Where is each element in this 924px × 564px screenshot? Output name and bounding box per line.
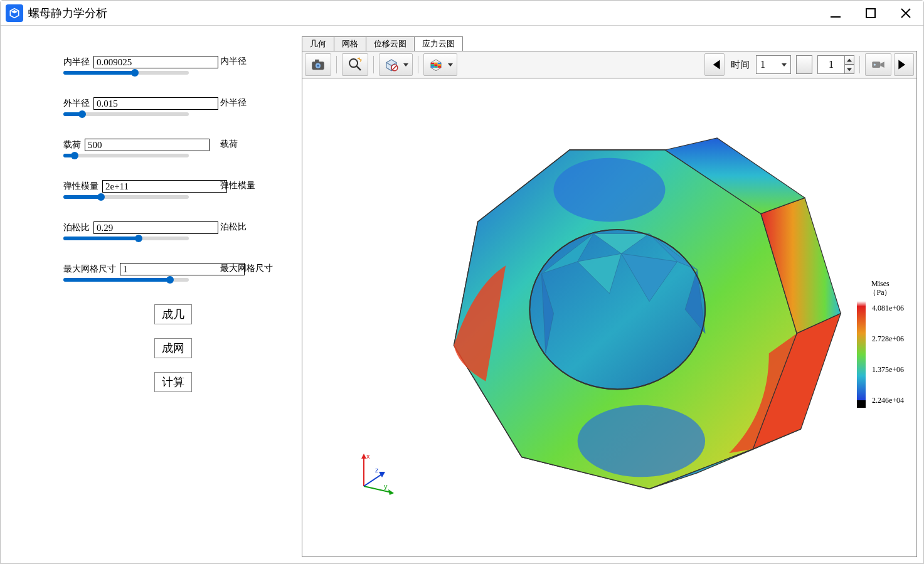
svg-rect-19 bbox=[434, 66, 437, 68]
zoom-extents-button[interactable] bbox=[342, 53, 368, 76]
toolbar-separator bbox=[336, 56, 337, 73]
svg-rect-33 bbox=[857, 301, 866, 408]
param-slider-3[interactable] bbox=[63, 195, 189, 199]
svg-rect-18 bbox=[431, 66, 434, 68]
window-title: 螺母静力学分析 bbox=[28, 6, 828, 21]
legend-tick: 4.081e+06 bbox=[872, 304, 904, 313]
param-description: 外半径 bbox=[220, 97, 247, 109]
param-input-4[interactable] bbox=[93, 221, 218, 234]
param-slider-4[interactable] bbox=[63, 237, 189, 240]
param-description: 内半径 bbox=[220, 56, 247, 67]
tab-2[interactable]: 位移云图 bbox=[366, 36, 415, 51]
svg-point-7 bbox=[317, 65, 319, 67]
screenshot-button[interactable] bbox=[305, 53, 331, 76]
tab-0[interactable]: 几何 bbox=[302, 36, 334, 51]
minimize-button[interactable] bbox=[828, 6, 843, 21]
param-row-5: 最大网格尺寸 最大网格尺寸 bbox=[63, 263, 283, 282]
tab-3[interactable]: 应力云图 bbox=[414, 36, 463, 51]
time-value: 1 bbox=[760, 59, 765, 70]
toolbar-separator bbox=[373, 56, 374, 73]
param-slider-5[interactable] bbox=[63, 278, 189, 282]
3d-viewport[interactable]: x y z Mises （Pa） bbox=[302, 78, 917, 557]
svg-rect-21 bbox=[872, 61, 880, 68]
param-slider-2[interactable] bbox=[63, 154, 189, 157]
svg-point-8 bbox=[349, 59, 358, 67]
param-input-1[interactable] bbox=[93, 97, 218, 110]
param-input-0[interactable] bbox=[93, 56, 218, 68]
svg-rect-1 bbox=[866, 9, 875, 18]
legend-tick: 1.375e+06 bbox=[872, 365, 904, 375]
param-description: 泊松比 bbox=[220, 221, 247, 233]
svg-rect-14 bbox=[438, 63, 441, 65]
param-label: 外半径 bbox=[63, 98, 90, 109]
param-input-2[interactable] bbox=[85, 139, 210, 151]
title-bar: 螺母静力学分析 bbox=[1, 1, 923, 26]
legend-title-2: （Pa） bbox=[869, 288, 891, 297]
svg-point-25 bbox=[578, 405, 705, 477]
maximize-button[interactable] bbox=[863, 6, 878, 21]
close-button[interactable] bbox=[898, 6, 913, 21]
legend-title-1: Mises bbox=[871, 279, 889, 288]
param-label: 泊松比 bbox=[63, 222, 90, 233]
param-slider-0[interactable] bbox=[63, 71, 189, 75]
legend-tick: 2.728e+06 bbox=[872, 334, 904, 344]
param-label: 内半径 bbox=[63, 56, 90, 68]
svg-text:z: z bbox=[375, 466, 379, 474]
param-slider-1[interactable] bbox=[63, 112, 189, 116]
svg-text:y: y bbox=[384, 482, 388, 490]
svg-rect-13 bbox=[434, 63, 437, 65]
svg-point-24 bbox=[554, 158, 666, 222]
svg-line-31 bbox=[364, 474, 383, 486]
param-description: 最大网格尺寸 bbox=[220, 263, 273, 274]
param-label: 最大网格尺寸 bbox=[63, 263, 116, 275]
svg-rect-12 bbox=[431, 63, 434, 65]
param-row-2: 载荷 载荷 bbox=[63, 139, 283, 157]
camera-view-button[interactable] bbox=[865, 53, 891, 76]
color-legend: Mises （Pa） bbox=[857, 279, 904, 408]
param-row-1: 外半径 外半径 bbox=[63, 97, 283, 116]
frame-spin[interactable]: 1 bbox=[817, 55, 845, 74]
generate-mesh-button[interactable]: 成网 bbox=[154, 338, 192, 358]
viewer-panel: 几何网格位移云图应力云图 bbox=[302, 37, 917, 557]
generate-geometry-button[interactable]: 成几 bbox=[154, 304, 192, 324]
toolbar-separator bbox=[418, 56, 418, 73]
param-row-4: 泊松比 泊松比 bbox=[63, 221, 283, 240]
param-row-0: 内半径 内半径 bbox=[63, 56, 283, 75]
spin-down-button[interactable] bbox=[844, 65, 854, 74]
play-button[interactable] bbox=[796, 55, 812, 74]
toolbar-separator bbox=[859, 56, 860, 73]
last-frame-button[interactable] bbox=[894, 53, 914, 76]
svg-rect-15 bbox=[431, 64, 434, 66]
spin-up-button[interactable] bbox=[844, 55, 854, 65]
chevron-down-icon bbox=[782, 63, 787, 67]
svg-rect-20 bbox=[438, 66, 441, 68]
param-input-3[interactable] bbox=[102, 180, 227, 193]
param-description: 弹性模量 bbox=[220, 180, 255, 191]
compute-button[interactable]: 计算 bbox=[154, 372, 192, 392]
content-area: 内半径 内半径 外半径 外半径 载荷 bbox=[1, 26, 923, 563]
first-frame-button[interactable] bbox=[704, 53, 725, 76]
window-controls bbox=[828, 6, 918, 21]
colormap-button[interactable] bbox=[423, 53, 457, 76]
tab-1[interactable]: 网格 bbox=[334, 36, 366, 51]
transparency-button[interactable] bbox=[379, 53, 413, 76]
app-icon bbox=[6, 4, 23, 22]
param-label: 弹性模量 bbox=[63, 181, 98, 192]
svg-rect-5 bbox=[315, 60, 319, 62]
time-select[interactable]: 1 bbox=[756, 55, 791, 74]
chevron-down-icon bbox=[448, 63, 453, 67]
param-row-3: 弹性模量 弹性模量 bbox=[63, 180, 283, 199]
svg-text:x: x bbox=[366, 452, 370, 460]
chevron-down-icon bbox=[403, 63, 408, 67]
legend-tick: 2.246e+04 bbox=[872, 396, 904, 405]
param-label: 载荷 bbox=[63, 139, 81, 151]
time-label: 时间 bbox=[731, 59, 750, 71]
svg-rect-16 bbox=[434, 64, 437, 66]
app-window: 螺母静力学分析 内半径 内半径 外半径 bbox=[0, 0, 924, 564]
svg-line-9 bbox=[356, 66, 361, 70]
viewer-toolbar: 时间 1 1 bbox=[302, 51, 917, 78]
svg-point-22 bbox=[874, 63, 876, 65]
view-tabs: 几何网格位移云图应力云图 bbox=[302, 37, 917, 51]
param-description: 载荷 bbox=[220, 139, 238, 150]
svg-rect-17 bbox=[438, 64, 441, 66]
